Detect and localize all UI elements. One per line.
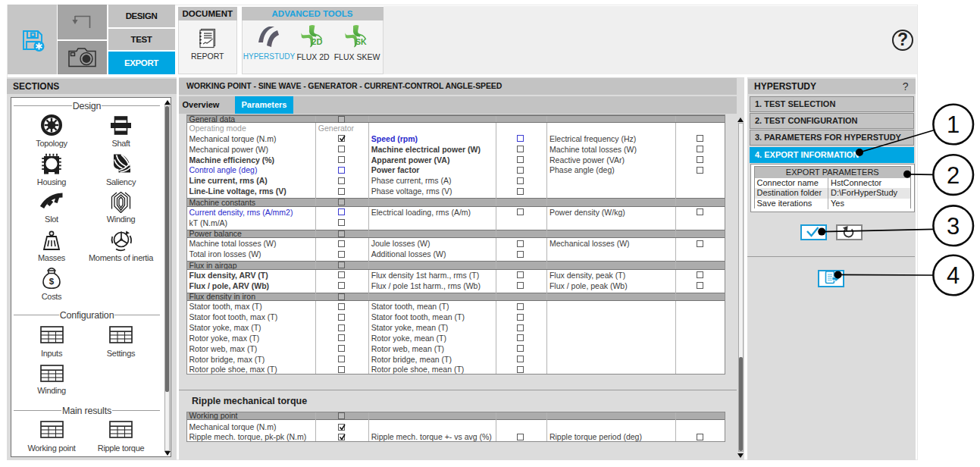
svg-text:4: 4 [947,262,960,289]
svg-text:$: $ [49,277,55,286]
svg-text:3: 3 [947,213,960,240]
svg-text:2: 2 [947,162,960,189]
svg-text:2D: 2D [312,37,322,46]
svg-text:1: 1 [947,111,960,138]
svg-text:SK: SK [355,37,367,46]
